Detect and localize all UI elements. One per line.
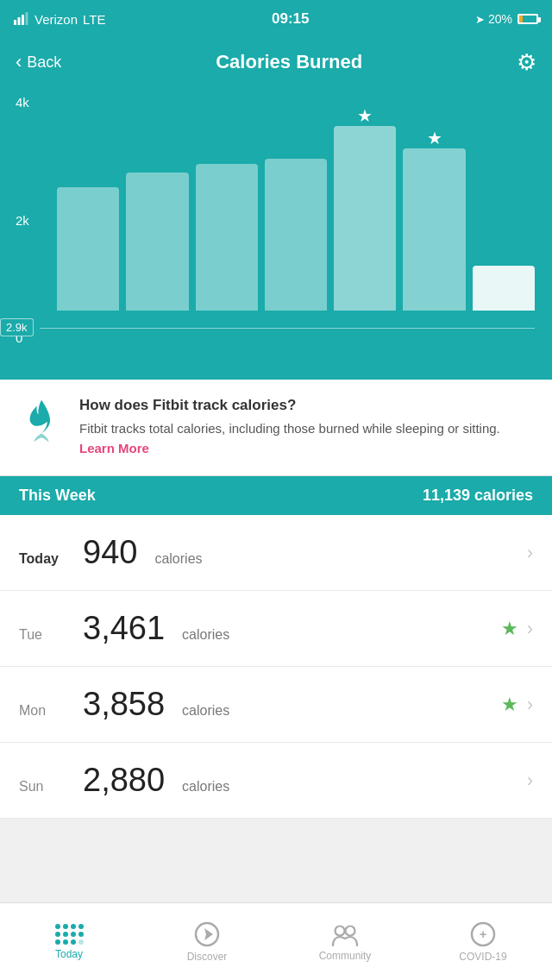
info-text: How does Fitbit track calories? Fitbit t… — [79, 397, 533, 458]
svg-rect-2 — [22, 15, 24, 25]
chevron-right-sun: › — [527, 770, 533, 792]
status-left: Verizon LTE — [14, 11, 105, 28]
bar-wrapper-1 — [57, 95, 119, 311]
day-left-mon: Mon 3,858 calories — [19, 686, 229, 723]
day-right-tue: ★ › — [501, 618, 533, 640]
star-icon-mon: ★ — [501, 694, 518, 716]
back-label: Back — [27, 53, 61, 72]
star-icon-5: ★ — [357, 105, 373, 126]
day-calories-tue: 3,461 — [83, 610, 165, 647]
day-name-mon: Mon — [19, 703, 69, 719]
day-left-tue: Tue 3,461 calories — [19, 610, 229, 647]
week-label: This Week — [19, 487, 96, 505]
bar-wrapper-2 — [126, 95, 188, 311]
today-icon — [55, 924, 84, 945]
bar-1 — [57, 187, 119, 311]
bar-7 — [473, 266, 535, 311]
star-icon-tue: ★ — [501, 618, 518, 640]
bar-6: ★ — [403, 148, 465, 311]
goal-label: 2.9k — [0, 318, 34, 336]
back-chevron-icon: ‹ — [16, 51, 22, 73]
flame-icon — [19, 399, 64, 443]
bar-4 — [265, 159, 327, 311]
header: ‹ Back Calories Burned ⚙ — [0, 38, 552, 86]
week-banner: This Week 11,139 calories — [0, 476, 552, 515]
day-right-mon: ★ › — [501, 694, 533, 716]
svg-point-7 — [346, 926, 355, 935]
nav-label-discover: Discover — [187, 951, 228, 963]
day-rows: Today 940 calories › Tue 3,461 calories … — [0, 515, 552, 819]
carrier-label: Verizon — [34, 12, 78, 27]
nav-item-discover[interactable]: Discover — [138, 903, 276, 980]
bar-3 — [196, 164, 258, 311]
nav-label-covid: COVID-19 — [459, 951, 506, 963]
nav-label-community: Community — [319, 950, 372, 962]
info-title: How does Fitbit track calories? — [79, 397, 533, 414]
settings-button[interactable]: ⚙ — [517, 49, 536, 76]
day-row-mon[interactable]: Mon 3,858 calories ★ › — [0, 667, 552, 743]
day-right-sun: › — [527, 770, 533, 792]
svg-rect-0 — [14, 20, 16, 25]
bottom-nav: Today Discover Community + COVID-19 — [0, 902, 552, 980]
nav-item-community[interactable]: Community — [276, 903, 414, 980]
bar-wrapper-4 — [265, 95, 327, 311]
week-total: 11,139 calories — [423, 487, 533, 505]
nav-item-today[interactable]: Today — [0, 903, 138, 980]
day-row-sun[interactable]: Sun 2,880 calories › — [0, 743, 552, 819]
day-calories-today: 940 — [83, 534, 137, 571]
location-icon: ➤ — [475, 13, 485, 26]
day-unit-tue: calories — [182, 627, 229, 643]
discover-icon — [194, 921, 220, 947]
time-display: 09:15 — [272, 10, 309, 28]
covid-icon: + — [470, 921, 496, 947]
info-box: How does Fitbit track calories? Fitbit t… — [0, 380, 552, 476]
status-bar: Verizon LTE 09:15 ➤ 20% — [0, 0, 552, 38]
chevron-right-tue: › — [527, 618, 533, 640]
y-label-2k: 2k — [16, 213, 29, 228]
svg-marker-5 — [204, 928, 213, 940]
y-label-4k: 4k — [16, 95, 29, 110]
bar-2 — [126, 173, 188, 311]
bar-wrapper-6: ★ — [403, 95, 465, 311]
day-calories-mon: 3,858 — [83, 686, 165, 723]
svg-rect-3 — [26, 12, 28, 25]
info-body: Fitbit tracks total calories, including … — [79, 419, 533, 458]
bar-wrapper-3 — [196, 95, 258, 311]
network-label: LTE — [83, 12, 105, 27]
svg-text:+: + — [480, 927, 486, 941]
day-name-tue: Tue — [19, 627, 69, 643]
day-unit-sun: calories — [182, 779, 229, 795]
nav-item-covid[interactable]: + COVID-19 — [414, 903, 552, 980]
day-unit-mon: calories — [182, 703, 229, 719]
chevron-right-today: › — [527, 542, 533, 564]
day-left-today: Today 940 calories — [19, 534, 203, 571]
learn-more-link[interactable]: Learn More — [79, 441, 149, 455]
day-right-today: › — [527, 542, 533, 564]
community-icon — [331, 922, 359, 946]
battery-icon — [518, 14, 538, 24]
chart-container: 4k 2k 0 2.9k ★ ★ — [0, 86, 552, 380]
svg-rect-1 — [18, 17, 21, 25]
chart-y-labels: 4k 2k 0 — [16, 95, 29, 345]
bar-5: ★ — [334, 126, 396, 311]
day-name-sun: Sun — [19, 779, 69, 795]
battery-percent: 20% — [488, 12, 512, 26]
nav-label-today: Today — [55, 948, 83, 960]
day-left-sun: Sun 2,880 calories — [19, 762, 229, 799]
svg-point-6 — [336, 926, 345, 935]
day-name-today: Today — [19, 551, 69, 567]
signal-icon — [14, 11, 29, 28]
day-row-tue[interactable]: Tue 3,461 calories ★ › — [0, 591, 552, 667]
day-calories-sun: 2,880 — [83, 762, 165, 799]
day-unit-today: calories — [154, 551, 202, 567]
bar-wrapper-5: ★ — [334, 95, 396, 311]
bar-wrapper-7 — [473, 95, 535, 311]
chevron-right-mon: › — [527, 694, 533, 716]
star-icon-6: ★ — [427, 128, 442, 148]
day-row-today[interactable]: Today 940 calories › — [0, 515, 552, 591]
chart-bars: ★ ★ — [57, 95, 535, 336]
page-title: Calories Burned — [216, 51, 362, 73]
back-button[interactable]: ‹ Back — [16, 51, 61, 73]
status-right: ➤ 20% — [475, 12, 538, 26]
